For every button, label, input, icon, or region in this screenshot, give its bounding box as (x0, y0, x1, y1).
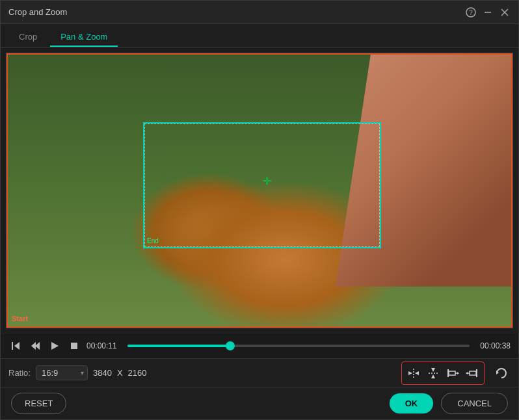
stop-icon (69, 341, 79, 351)
tab-bar: Crop Pan & Zoom (1, 24, 518, 47)
minimize-button[interactable] (482, 7, 494, 18)
dim-width: 3840 (93, 368, 112, 378)
title-bar: Crop and Zoom ? (1, 1, 518, 24)
ok-button[interactable]: OK (390, 393, 434, 413)
close-button[interactable] (499, 7, 511, 18)
start-label: Start (12, 315, 28, 322)
svg-marker-7 (14, 342, 20, 350)
footer-bar: RESET OK CANCEL (1, 387, 518, 419)
reset-button[interactable]: RESET (11, 393, 66, 414)
video-preview-area: Start ✛ End (6, 53, 513, 328)
controls-bar: 00:00:11 00:00:38 (1, 334, 518, 358)
progress-track[interactable] (127, 345, 470, 347)
svg-rect-23 (470, 371, 476, 375)
svg-marker-25 (466, 372, 468, 374)
svg-marker-9 (35, 342, 40, 350)
crop-box[interactable]: ✛ End (143, 122, 381, 248)
minimize-icon (483, 8, 492, 17)
svg-text:✛: ✛ (263, 175, 271, 186)
crop-handle-tr[interactable] (375, 122, 381, 129)
arrows-icon: ✛ (261, 175, 273, 187)
progress-thumb[interactable] (226, 341, 235, 350)
align-left-icon (446, 367, 459, 380)
svg-rect-6 (12, 342, 13, 350)
svg-marker-14 (415, 371, 419, 375)
align-right-icon (466, 367, 479, 380)
svg-marker-10 (51, 342, 59, 350)
transform-icon-group (401, 361, 485, 385)
ratio-label: Ratio: (8, 368, 31, 378)
bottom-settings-bar: Ratio: 16:9 4:3 1:1 9:16 Custom 3840 X 2… (1, 358, 518, 387)
crop-handle-tl[interactable] (143, 122, 150, 129)
svg-marker-8 (31, 342, 36, 350)
svg-marker-16 (431, 368, 435, 372)
svg-marker-17 (431, 374, 435, 378)
current-time: 00:00:11 (86, 341, 122, 350)
cancel-button[interactable]: CANCEL (441, 393, 508, 414)
rotate-button[interactable] (492, 364, 511, 382)
ratio-select-wrap: 16:9 4:3 1:1 9:16 Custom (36, 365, 88, 380)
align-left-button[interactable] (444, 364, 462, 382)
flip-h-icon (407, 367, 420, 380)
progress-fill (127, 345, 230, 347)
skip-back-button[interactable] (8, 339, 23, 353)
move-icon: ✛ (261, 175, 273, 190)
flip-v-icon (427, 367, 440, 380)
total-time: 00:00:38 (475, 341, 511, 350)
ratio-select[interactable]: 16:9 4:3 1:1 9:16 Custom (36, 365, 88, 380)
crop-and-zoom-window: Crop and Zoom ? Crop P (0, 0, 519, 420)
flip-vertical-button[interactable] (424, 364, 442, 382)
dim-x-separator: X (117, 368, 123, 378)
skip-back-icon (10, 341, 21, 351)
crop-handle-br[interactable] (375, 242, 381, 248)
help-icon: ? (466, 7, 476, 18)
svg-rect-19 (449, 371, 455, 375)
end-label: End (147, 237, 159, 244)
window-title: Crop and Zoom (8, 7, 465, 17)
svg-text:?: ? (469, 9, 473, 16)
play-icon (49, 341, 60, 351)
rotate-icon (494, 366, 509, 380)
svg-marker-13 (408, 371, 412, 375)
close-icon (500, 8, 509, 17)
align-right-button[interactable] (463, 364, 481, 382)
flip-horizontal-button[interactable] (405, 364, 423, 382)
svg-rect-11 (71, 343, 77, 349)
help-button[interactable]: ? (465, 7, 477, 18)
tab-pan-zoom[interactable]: Pan & Zoom (50, 28, 118, 47)
title-controls: ? (465, 7, 511, 18)
play-button[interactable] (47, 339, 62, 353)
dim-height: 2160 (128, 368, 147, 378)
tab-crop[interactable]: Crop (8, 28, 47, 47)
frame-back-icon (30, 341, 40, 351)
svg-marker-21 (457, 372, 459, 374)
stop-button[interactable] (67, 339, 81, 353)
frame-back-button[interactable] (28, 339, 42, 353)
